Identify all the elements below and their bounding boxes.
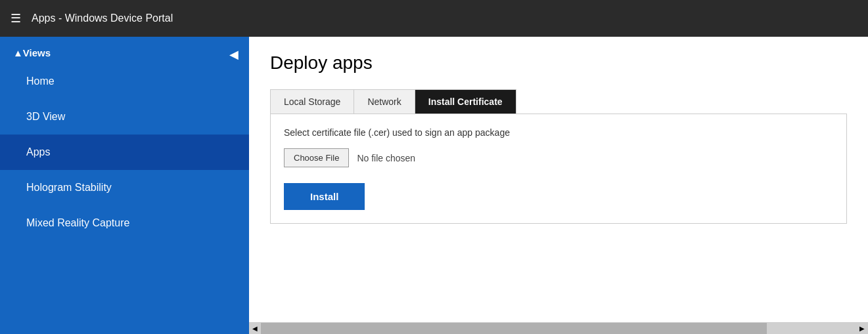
scrollbar-thumb[interactable] — [261, 323, 767, 335]
content-inner: Deploy apps Local Storage Network Instal… — [249, 37, 868, 322]
sidebar-nav: Home 3D View Apps Hologram Stability Mix… — [0, 64, 249, 241]
horizontal-scrollbar[interactable]: ◀ ▶ — [249, 322, 868, 334]
tabs-container: Local Storage Network Install Certificat… — [270, 89, 516, 114]
sidebar-item-mixed-reality-capture[interactable]: Mixed Reality Capture — [0, 205, 249, 241]
hamburger-icon[interactable]: ☰ — [11, 11, 21, 26]
sidebar-item-home[interactable]: Home — [0, 64, 249, 99]
install-button[interactable]: Install — [284, 183, 365, 210]
sidebar-item-apps[interactable]: Apps — [0, 135, 249, 170]
no-file-label: No file chosen — [357, 153, 415, 163]
sidebar-views-header: ▲Views — [0, 37, 249, 64]
scrollbar-right-arrow[interactable]: ▶ — [856, 323, 868, 335]
page-title: Deploy apps — [270, 52, 847, 73]
sidebar: ◀ ▲Views Home 3D View Apps Hologram Stab… — [0, 37, 249, 334]
app-title: Apps - Windows Device Portal — [32, 12, 173, 24]
tab-network[interactable]: Network — [354, 90, 415, 114]
content-area: Deploy apps Local Storage Network Instal… — [249, 37, 868, 334]
topbar: ☰ Apps - Windows Device Portal — [0, 0, 868, 37]
tab-install-certificate[interactable]: Install Certificate — [415, 90, 516, 114]
choose-file-button[interactable]: Choose File — [284, 148, 349, 167]
tab-local-storage[interactable]: Local Storage — [271, 90, 354, 114]
certificate-description: Select certificate file (.cer) used to s… — [284, 127, 833, 138]
scrollbar-left-arrow[interactable]: ◀ — [249, 323, 261, 335]
file-chooser-row: Choose File No file chosen — [284, 148, 833, 167]
tab-content-install-certificate: Select certificate file (.cer) used to s… — [270, 114, 847, 224]
sidebar-item-3d-view[interactable]: 3D View — [0, 99, 249, 135]
main-layout: ◀ ▲Views Home 3D View Apps Hologram Stab… — [0, 37, 868, 334]
sidebar-item-hologram-stability[interactable]: Hologram Stability — [0, 170, 249, 205]
scrollbar-track[interactable] — [261, 323, 856, 335]
sidebar-collapse-button[interactable]: ◀ — [224, 45, 244, 64]
